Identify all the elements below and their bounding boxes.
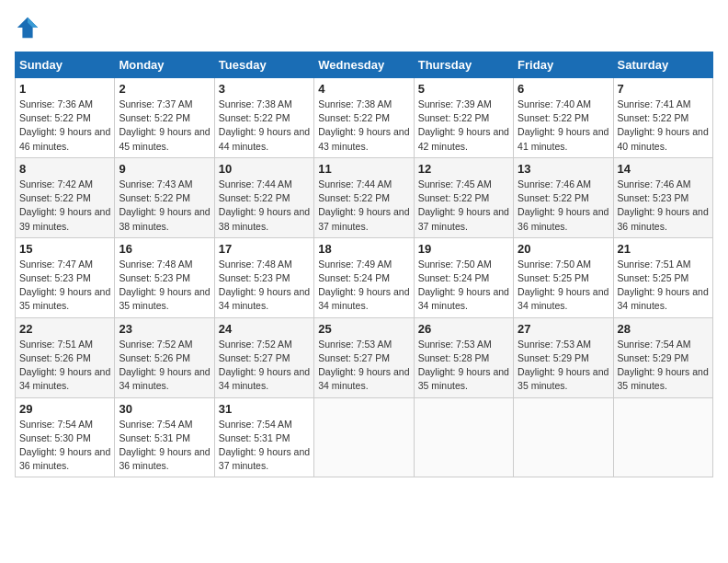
page-header [15, 15, 713, 40]
calendar-week-5: 29Sunrise: 7:54 AMSunset: 5:30 PMDayligh… [16, 397, 713, 477]
day-number: 6 [518, 82, 609, 96]
day-detail: Sunrise: 7:53 AMSunset: 5:27 PMDaylight:… [318, 338, 409, 394]
day-detail: Sunrise: 7:40 AMSunset: 5:22 PMDaylight:… [518, 98, 609, 154]
day-number: 7 [618, 82, 709, 96]
day-number: 28 [618, 322, 709, 336]
day-number: 21 [618, 242, 709, 256]
day-detail: Sunrise: 7:41 AMSunset: 5:22 PMDaylight:… [618, 98, 709, 154]
calendar-cell: 5Sunrise: 7:39 AMSunset: 5:22 PMDaylight… [414, 78, 513, 158]
day-number: 16 [119, 242, 210, 256]
day-detail: Sunrise: 7:39 AMSunset: 5:22 PMDaylight:… [418, 98, 509, 154]
calendar-cell: 22Sunrise: 7:51 AMSunset: 5:26 PMDayligh… [16, 317, 115, 397]
day-number: 17 [219, 242, 310, 256]
calendar-table: SundayMondayTuesdayWednesdayThursdayFrid… [15, 52, 713, 477]
weekday-header-wednesday: Wednesday [314, 52, 414, 78]
day-number: 25 [318, 322, 409, 336]
day-number: 1 [19, 82, 110, 96]
calendar-cell: 26Sunrise: 7:53 AMSunset: 5:28 PMDayligh… [414, 317, 513, 397]
day-detail: Sunrise: 7:50 AMSunset: 5:25 PMDaylight:… [518, 258, 609, 314]
day-detail: Sunrise: 7:38 AMSunset: 5:22 PMDaylight:… [318, 98, 409, 154]
day-number: 5 [418, 82, 509, 96]
day-detail: Sunrise: 7:53 AMSunset: 5:28 PMDaylight:… [418, 338, 509, 394]
calendar-cell: 21Sunrise: 7:51 AMSunset: 5:25 PMDayligh… [613, 237, 712, 317]
day-number: 20 [518, 242, 609, 256]
calendar-cell: 14Sunrise: 7:46 AMSunset: 5:23 PMDayligh… [613, 157, 712, 237]
day-number: 22 [19, 322, 110, 336]
calendar-cell: 17Sunrise: 7:48 AMSunset: 5:23 PMDayligh… [214, 237, 313, 317]
day-number: 14 [618, 162, 709, 176]
day-detail: Sunrise: 7:54 AMSunset: 5:30 PMDaylight:… [19, 418, 110, 474]
day-number: 30 [119, 402, 210, 416]
calendar-cell: 10Sunrise: 7:44 AMSunset: 5:22 PMDayligh… [214, 157, 313, 237]
day-detail: Sunrise: 7:37 AMSunset: 5:22 PMDaylight:… [119, 98, 210, 154]
day-number: 26 [418, 322, 509, 336]
weekday-header-friday: Friday [514, 52, 613, 78]
day-detail: Sunrise: 7:44 AMSunset: 5:22 PMDaylight:… [219, 178, 310, 234]
calendar-cell: 9Sunrise: 7:43 AMSunset: 5:22 PMDaylight… [115, 157, 214, 237]
calendar-week-4: 22Sunrise: 7:51 AMSunset: 5:26 PMDayligh… [16, 317, 713, 397]
day-number: 13 [518, 162, 609, 176]
day-detail: Sunrise: 7:45 AMSunset: 5:22 PMDaylight:… [418, 178, 509, 234]
calendar-week-3: 15Sunrise: 7:47 AMSunset: 5:23 PMDayligh… [16, 237, 713, 317]
day-number: 27 [518, 322, 609, 336]
day-detail: Sunrise: 7:51 AMSunset: 5:26 PMDaylight:… [19, 338, 110, 394]
day-detail: Sunrise: 7:49 AMSunset: 5:24 PMDaylight:… [318, 258, 409, 314]
calendar-cell: 3Sunrise: 7:38 AMSunset: 5:22 PMDaylight… [214, 78, 313, 158]
day-number: 4 [318, 82, 409, 96]
calendar-cell: 7Sunrise: 7:41 AMSunset: 5:22 PMDaylight… [613, 78, 712, 158]
weekday-header-tuesday: Tuesday [214, 52, 313, 78]
day-detail: Sunrise: 7:46 AMSunset: 5:22 PMDaylight:… [518, 178, 609, 234]
day-number: 2 [119, 82, 210, 96]
day-detail: Sunrise: 7:36 AMSunset: 5:22 PMDaylight:… [19, 98, 110, 154]
calendar-cell: 11Sunrise: 7:44 AMSunset: 5:22 PMDayligh… [314, 157, 414, 237]
calendar-cell: 25Sunrise: 7:53 AMSunset: 5:27 PMDayligh… [314, 317, 414, 397]
day-detail: Sunrise: 7:53 AMSunset: 5:29 PMDaylight:… [518, 338, 609, 394]
calendar-cell [314, 397, 414, 477]
day-number: 31 [219, 402, 310, 416]
calendar-cell: 12Sunrise: 7:45 AMSunset: 5:22 PMDayligh… [414, 157, 513, 237]
calendar-cell: 20Sunrise: 7:50 AMSunset: 5:25 PMDayligh… [514, 237, 613, 317]
calendar-week-2: 8Sunrise: 7:42 AMSunset: 5:22 PMDaylight… [16, 157, 713, 237]
day-number: 10 [219, 162, 310, 176]
day-detail: Sunrise: 7:38 AMSunset: 5:22 PMDaylight:… [219, 98, 310, 154]
day-detail: Sunrise: 7:47 AMSunset: 5:23 PMDaylight:… [19, 258, 110, 314]
calendar-cell: 8Sunrise: 7:42 AMSunset: 5:22 PMDaylight… [16, 157, 115, 237]
day-number: 11 [318, 162, 409, 176]
weekday-header-thursday: Thursday [414, 52, 513, 78]
day-number: 19 [418, 242, 509, 256]
day-detail: Sunrise: 7:54 AMSunset: 5:29 PMDaylight:… [618, 338, 709, 394]
day-detail: Sunrise: 7:54 AMSunset: 5:31 PMDaylight:… [219, 418, 310, 474]
day-number: 12 [418, 162, 509, 176]
day-detail: Sunrise: 7:48 AMSunset: 5:23 PMDaylight:… [119, 258, 210, 314]
calendar-cell [613, 397, 712, 477]
calendar-cell: 4Sunrise: 7:38 AMSunset: 5:22 PMDaylight… [314, 78, 414, 158]
day-number: 18 [318, 242, 409, 256]
day-detail: Sunrise: 7:51 AMSunset: 5:25 PMDaylight:… [618, 258, 709, 314]
day-detail: Sunrise: 7:42 AMSunset: 5:22 PMDaylight:… [19, 178, 110, 234]
day-detail: Sunrise: 7:44 AMSunset: 5:22 PMDaylight:… [318, 178, 409, 234]
calendar-cell: 30Sunrise: 7:54 AMSunset: 5:31 PMDayligh… [115, 397, 214, 477]
calendar-cell [414, 397, 513, 477]
calendar-cell: 31Sunrise: 7:54 AMSunset: 5:31 PMDayligh… [214, 397, 313, 477]
calendar-cell: 24Sunrise: 7:52 AMSunset: 5:27 PMDayligh… [214, 317, 313, 397]
weekday-header-sunday: Sunday [16, 52, 115, 78]
logo [15, 15, 44, 40]
day-number: 9 [119, 162, 210, 176]
day-number: 3 [219, 82, 310, 96]
day-detail: Sunrise: 7:43 AMSunset: 5:22 PMDaylight:… [119, 178, 210, 234]
calendar-cell: 13Sunrise: 7:46 AMSunset: 5:22 PMDayligh… [514, 157, 613, 237]
day-number: 29 [19, 402, 110, 416]
calendar-cell: 6Sunrise: 7:40 AMSunset: 5:22 PMDaylight… [514, 78, 613, 158]
calendar-cell: 28Sunrise: 7:54 AMSunset: 5:29 PMDayligh… [613, 317, 712, 397]
calendar-cell: 18Sunrise: 7:49 AMSunset: 5:24 PMDayligh… [314, 237, 414, 317]
calendar-cell: 29Sunrise: 7:54 AMSunset: 5:30 PMDayligh… [16, 397, 115, 477]
weekday-header-monday: Monday [115, 52, 214, 78]
day-detail: Sunrise: 7:54 AMSunset: 5:31 PMDaylight:… [119, 418, 210, 474]
day-number: 8 [19, 162, 110, 176]
day-detail: Sunrise: 7:52 AMSunset: 5:26 PMDaylight:… [119, 338, 210, 394]
calendar-cell: 19Sunrise: 7:50 AMSunset: 5:24 PMDayligh… [414, 237, 513, 317]
calendar-week-1: 1Sunrise: 7:36 AMSunset: 5:22 PMDaylight… [16, 78, 713, 158]
calendar-cell: 16Sunrise: 7:48 AMSunset: 5:23 PMDayligh… [115, 237, 214, 317]
calendar-cell: 2Sunrise: 7:37 AMSunset: 5:22 PMDaylight… [115, 78, 214, 158]
day-number: 24 [219, 322, 310, 336]
